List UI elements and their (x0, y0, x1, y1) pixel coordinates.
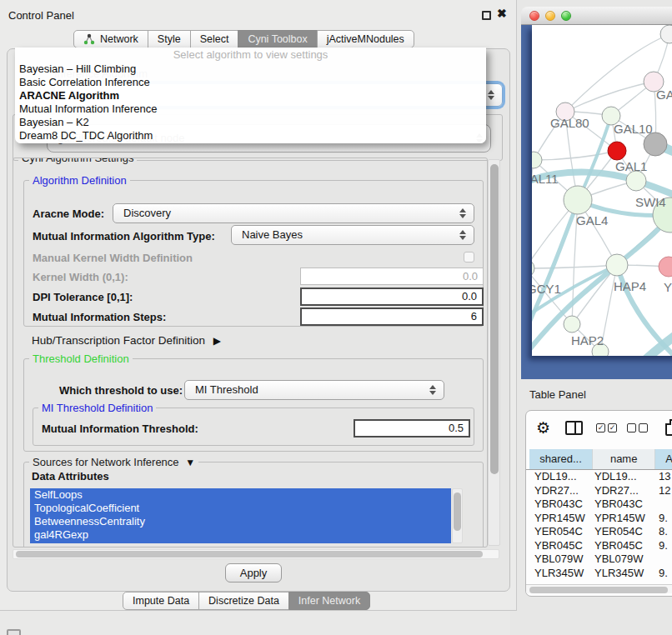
node-label: GAL1 (615, 159, 647, 173)
cell: 9. (659, 567, 672, 579)
close-traffic-light-icon[interactable] (529, 11, 539, 21)
manual-kernel-width-checkbox[interactable] (464, 252, 474, 262)
close-icon[interactable]: ✖ (497, 7, 507, 20)
cell: YPR145W (534, 512, 593, 524)
network-node[interactable] (532, 259, 534, 278)
checked-box-icon: ✓ (608, 423, 617, 432)
control-panel-tabs: Network Style Select Cyni Toolbox jActiv… (73, 30, 414, 48)
mi-steps-field[interactable]: 6 (300, 308, 484, 326)
table-row[interactable]: YDL19...YDL19...13 (526, 470, 672, 484)
tab-select[interactable]: Select (190, 30, 239, 48)
docked-panel-icon[interactable] (7, 629, 21, 635)
network-node[interactable] (626, 171, 646, 191)
aracne-mode-combobox[interactable]: Discovery (113, 203, 474, 223)
table-row[interactable]: YPR145WYPR145W9. (526, 512, 672, 526)
list-item[interactable] (30, 542, 451, 543)
network-window-titlebar[interactable] (521, 7, 672, 25)
which-threshold-combobox[interactable]: MI Threshold (184, 380, 444, 400)
cell: YBR043C (534, 498, 593, 510)
tab-discretize-data[interactable]: Discretize Data (198, 592, 289, 610)
minimize-traffic-light-icon[interactable] (545, 11, 555, 21)
popup-item[interactable]: Bayesian – K2 (15, 116, 486, 129)
network-icon (83, 33, 95, 45)
network-canvas[interactable]: GALGAL80GAL10GAL11GAL1SWI4GAL4GCY1HAP4YH… (532, 25, 672, 356)
list-item[interactable]: TopologicalCoefficient (30, 502, 451, 515)
tab-impute-data[interactable]: Impute Data (123, 592, 199, 610)
tab-network[interactable]: Network (73, 30, 148, 48)
scrollbar-thumb[interactable] (16, 551, 483, 558)
cell: YDR27... (594, 484, 656, 497)
table-row[interactable]: YLR345WYLR345W9. (526, 567, 672, 581)
list-item[interactable]: SelfLoops (30, 488, 451, 502)
hub-tf-definition-label: Hub/Transcription Factor Definition (32, 334, 205, 347)
node-label: GAL80 (550, 116, 589, 130)
table-row[interactable]: YDR27...YDR27...12 (526, 484, 672, 498)
popup-item[interactable]: Dream8 DC_TDC Algorithm (15, 129, 486, 142)
kernel-width-field[interactable]: 0.0 (300, 268, 484, 285)
tab-style[interactable]: Style (148, 30, 191, 48)
float-window-icon[interactable] (482, 11, 491, 20)
settings-horizontal-scrollbar[interactable] (13, 549, 499, 559)
deselect-all-checkboxes-icon[interactable] (627, 423, 648, 432)
table-row[interactable]: YBR045CYBR045C9. (526, 539, 672, 553)
table-header-row: shared... name A (526, 449, 672, 470)
chevron-down-icon[interactable]: ▼ (185, 457, 195, 468)
table-row[interactable]: YER054CYER054C8. (526, 525, 672, 539)
export-table-icon[interactable] (665, 419, 672, 436)
tab-label: Style (158, 33, 181, 45)
network-node[interactable] (644, 132, 667, 156)
column-header-name[interactable]: name (593, 449, 655, 469)
mi-algorithm-type-combobox[interactable]: Naive Bayes (231, 225, 474, 245)
network-node[interactable] (608, 142, 626, 160)
dpi-tolerance-field[interactable]: 0.0 (300, 288, 484, 306)
table-row[interactable]: YBL079WYBL079W (526, 552, 672, 567)
window-controls (529, 11, 571, 21)
network-node[interactable] (660, 25, 672, 43)
network-window-frame: GALGAL80GAL10GAL11GAL1SWI4GAL4GCY1HAP4YH… (521, 25, 672, 379)
column-header-partial[interactable]: A (655, 449, 672, 469)
list-item[interactable]: BetweennessCentrality (30, 515, 451, 528)
popup-item-selected[interactable]: ARACNE Algorithm (15, 89, 486, 102)
scrollbar-thumb[interactable] (454, 492, 461, 531)
table-row[interactable]: YBR043CYBR043C (526, 498, 672, 512)
attributes-list-scrollbar[interactable] (452, 488, 463, 543)
popup-item[interactable]: Basic Correlation Inference (15, 76, 486, 89)
apply-button[interactable]: Apply (225, 563, 282, 582)
hub-tf-definition-row[interactable]: Hub/Transcription Factor Definition ▶ (32, 334, 221, 347)
table-toolbar: ⚙ ✓ ✓ (526, 411, 672, 449)
group-title: Algorithm Definition (29, 174, 130, 187)
select-all-checkboxes-icon[interactable]: ✓ ✓ (596, 423, 617, 432)
network-node[interactable] (659, 257, 672, 277)
zoom-traffic-light-icon[interactable] (561, 11, 571, 21)
unchecked-box-icon (627, 423, 636, 432)
tab-jactivemnodules[interactable]: jActiveMNodules (317, 30, 414, 48)
tab-infer-network[interactable]: Infer Network (288, 592, 370, 610)
panel-title: Control Panel (8, 9, 74, 22)
table-row[interactable]: YIL052CYIL052C9 (526, 580, 672, 582)
cell: YPR145W (594, 512, 656, 524)
settings-vertical-scrollbar[interactable] (488, 159, 500, 546)
network-node[interactable] (606, 254, 628, 276)
scrollbar-thumb[interactable] (529, 587, 668, 593)
dpi-tolerance-label: DPI Tolerance [0,1]: (33, 291, 133, 303)
chevron-right-icon: ▶ (213, 335, 221, 347)
node-label: GAL10 (614, 122, 653, 136)
network-node[interactable] (564, 186, 592, 214)
popup-item[interactable]: Mutual Information Inference (15, 102, 486, 116)
threshold-definition-group: Threshold Definition Which threshold to … (23, 358, 484, 452)
table-horizontal-scrollbar[interactable] (526, 584, 672, 593)
column-layout-icon[interactable] (565, 421, 583, 435)
network-node[interactable] (564, 316, 580, 332)
mi-threshold-field[interactable]: 0.5 (354, 419, 470, 438)
aracne-mode-label: Aracne Mode: (33, 208, 104, 220)
tab-cyni-toolbox[interactable]: Cyni Toolbox (238, 30, 317, 48)
group-title: MI Threshold Definition (38, 402, 156, 414)
scrollbar-thumb[interactable] (490, 164, 499, 474)
mi-threshold-label: Mutual Information Threshold: (42, 422, 198, 435)
gear-icon[interactable]: ⚙ (536, 418, 550, 439)
popup-item[interactable]: Bayesian – Hill Climbing (15, 62, 486, 76)
node-label: HAP4 (614, 279, 646, 293)
list-item[interactable]: gal4RGexp (30, 528, 451, 542)
column-header-shared-name[interactable]: shared... (529, 449, 593, 469)
cell: YER054C (594, 525, 656, 538)
